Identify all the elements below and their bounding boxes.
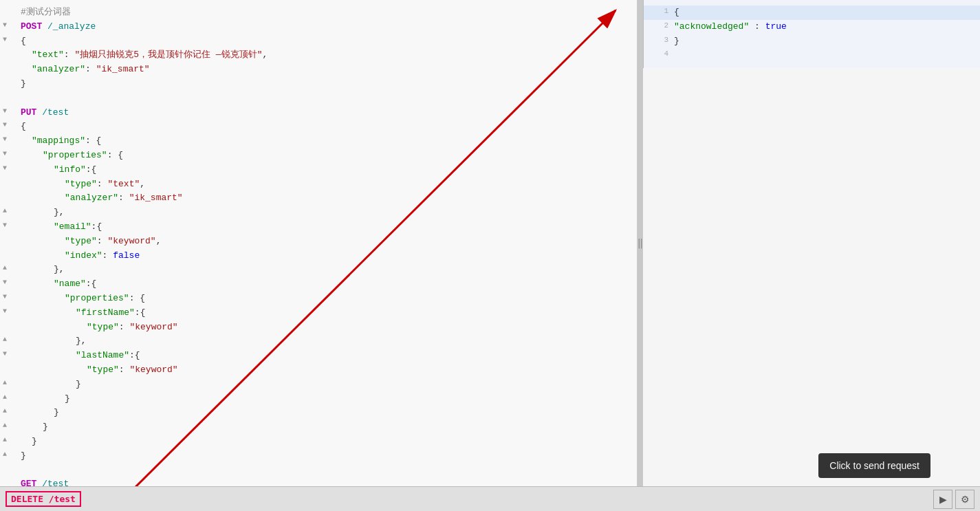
- bottom-left-area: DELETE /test: [6, 491, 81, 507]
- code-line-31: ▲ }: [0, 435, 637, 449]
- code-line-5: "analyzer": "ik_smart": [0, 63, 637, 77]
- code-line-24: ▲ },: [0, 334, 637, 349]
- response-line-2: 2 "acknowledged" : true: [644, 20, 980, 34]
- delete-badge: DELETE /test: [6, 491, 81, 507]
- code-line-27: ▲ }: [0, 378, 637, 392]
- code-line-23: "type": "keyword": [0, 320, 637, 335]
- response-line-4: 4: [644, 48, 980, 63]
- response-line-3: 3 }: [644, 34, 980, 49]
- code-line-3: ▼ {: [0, 34, 637, 49]
- fold-icon-12: ▼: [3, 163, 7, 174]
- code-line-29: ▲ }: [0, 406, 637, 420]
- bottom-right-area: ▶ ⚙: [933, 490, 974, 509]
- response-panel: 1 { 2 "acknowledged" : true 3 } 4: [643, 0, 980, 68]
- fold-icon-20: ▼: [3, 277, 7, 288]
- code-line-34[interactable]: GET /test: [0, 477, 637, 486]
- code-line-9: ▼ {: [0, 120, 637, 134]
- code-line-13: "type": "text",: [0, 177, 637, 192]
- run-button[interactable]: ▶: [933, 490, 952, 509]
- code-line-20: ▼ "name":{: [0, 277, 637, 292]
- request-code: #测试分词器 ▼ POST /_analyze ▼ { "text": "抽烟只…: [0, 0, 637, 486]
- code-line-33: [0, 464, 637, 478]
- play-icon: ▶: [939, 494, 947, 505]
- settings-button[interactable]: ⚙: [955, 490, 974, 509]
- code-line-17: "type": "keyword",: [0, 235, 637, 249]
- code-line-28: ▲ }: [0, 392, 637, 406]
- request-editor[interactable]: #测试分词器 ▼ POST /_analyze ▼ { "text": "抽烟只…: [0, 0, 638, 486]
- panel-divider[interactable]: ‖: [638, 0, 643, 486]
- fold-icon-9: ▼: [3, 120, 7, 131]
- fold-icon-2: ▼: [3, 20, 7, 31]
- response-code: 1 { 2 "acknowledged" : true 3 } 4: [644, 0, 980, 68]
- code-line-7: [0, 91, 637, 106]
- code-line-10: ▼ "mappings": {: [0, 134, 637, 149]
- code-line-2[interactable]: ▼ POST /_analyze: [0, 20, 637, 34]
- code-line-16: ▼ "email":{: [0, 220, 637, 235]
- code-line-26: "type": "keyword": [0, 363, 637, 378]
- fold-icon-25: ▼: [3, 349, 7, 360]
- fold-icon-29: ▲: [3, 406, 7, 417]
- response-line-1: 1 {: [644, 6, 980, 20]
- right-panel-wrapper: 1 { 2 "acknowledged" : true 3 } 4: [643, 0, 980, 486]
- fold-icon-28: ▲: [3, 392, 7, 403]
- code-line-12: ▼ "info":{: [0, 163, 637, 177]
- code-line-18: "index": false: [0, 249, 637, 263]
- left-panel: #测试分词器 ▼ POST /_analyze ▼ { "text": "抽烟只…: [0, 0, 638, 486]
- code-line-22: ▼ "firstName":{: [0, 306, 637, 320]
- fold-icon-3: ▼: [3, 34, 7, 45]
- bottom-bar: DELETE /test Click to send request ▶ ⚙: [0, 486, 980, 511]
- fold-icon-11: ▼: [3, 149, 7, 160]
- code-line-4: "text": "抽烟只抽锐克5，我是顶针你记住 —锐克顶针",: [0, 48, 637, 63]
- code-line-21: ▼ "properties": {: [0, 292, 637, 306]
- gear-icon: ⚙: [961, 494, 970, 505]
- code-line-30: ▲ }: [0, 420, 637, 435]
- code-line-19: ▲ },: [0, 263, 637, 277]
- code-line-25: ▼ "lastName":{: [0, 349, 637, 363]
- fold-icon-31: ▲: [3, 435, 7, 446]
- fold-icon-21: ▼: [3, 292, 7, 303]
- fold-icon-27: ▲: [3, 378, 7, 389]
- fold-icon-15: ▲: [3, 206, 7, 217]
- code-line-6: }: [0, 77, 637, 91]
- fold-icon-32: ▲: [3, 449, 7, 460]
- code-line-1: #测试分词器: [0, 6, 637, 20]
- code-line-8[interactable]: ▼ PUT /test: [0, 106, 637, 120]
- fold-icon-30: ▲: [3, 420, 7, 431]
- fold-icon-10: ▼: [3, 134, 7, 145]
- code-line-14: "analyzer": "ik_smart": [0, 191, 637, 206]
- fold-icon-16: ▼: [3, 220, 7, 231]
- fold-icon-8: ▼: [3, 106, 7, 117]
- fold-icon-22: ▼: [3, 306, 7, 317]
- fold-icon-24: ▲: [3, 334, 7, 345]
- code-line-11: ▼ "properties": {: [0, 149, 637, 163]
- fold-icon-19: ▲: [3, 263, 7, 274]
- code-line-15: ▲ },: [0, 206, 637, 220]
- code-line-32: ▲ }: [0, 449, 637, 464]
